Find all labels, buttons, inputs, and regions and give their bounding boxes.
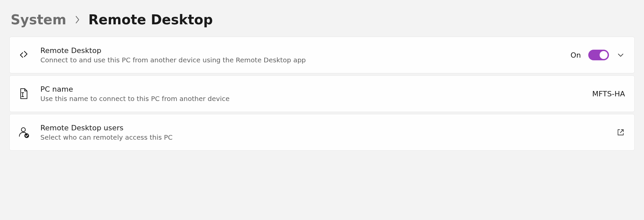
breadcrumb-parent[interactable]: System: [11, 12, 66, 27]
chevron-right-icon: [74, 15, 80, 24]
card-description: Select who can remotely access this PC: [40, 133, 606, 141]
card-title: Remote Desktop users: [40, 124, 606, 132]
card-title: Remote Desktop: [40, 46, 561, 55]
svg-line-5: [620, 130, 623, 133]
remote-desktop-card[interactable]: Remote Desktop Connect to and use this P…: [9, 37, 635, 73]
card-title: PC name: [40, 85, 582, 93]
users-verified-icon: [17, 126, 30, 139]
breadcrumb: System Remote Desktop: [9, 12, 635, 27]
remote-desktop-users-card[interactable]: Remote Desktop users Select who can remo…: [9, 114, 635, 151]
svg-point-3: [21, 128, 25, 132]
document-rename-icon: [17, 87, 30, 100]
card-text: Remote Desktop Connect to and use this P…: [40, 46, 561, 64]
card-text: Remote Desktop users Select who can remo…: [40, 124, 606, 141]
card-description: Use this name to connect to this PC from…: [40, 95, 582, 103]
open-external-icon[interactable]: [616, 128, 625, 137]
toggle-status-label: On: [571, 51, 581, 59]
pc-name-value: MFTS-HA: [592, 90, 625, 98]
remote-desktop-icon: [17, 48, 30, 62]
remote-desktop-toggle[interactable]: [588, 50, 609, 60]
pc-name-card[interactable]: PC name Use this name to connect to this…: [9, 75, 635, 112]
card-description: Connect to and use this PC from another …: [40, 56, 561, 64]
chevron-down-icon[interactable]: [616, 51, 625, 59]
page-title: Remote Desktop: [88, 12, 213, 27]
card-text: PC name Use this name to connect to this…: [40, 85, 582, 103]
